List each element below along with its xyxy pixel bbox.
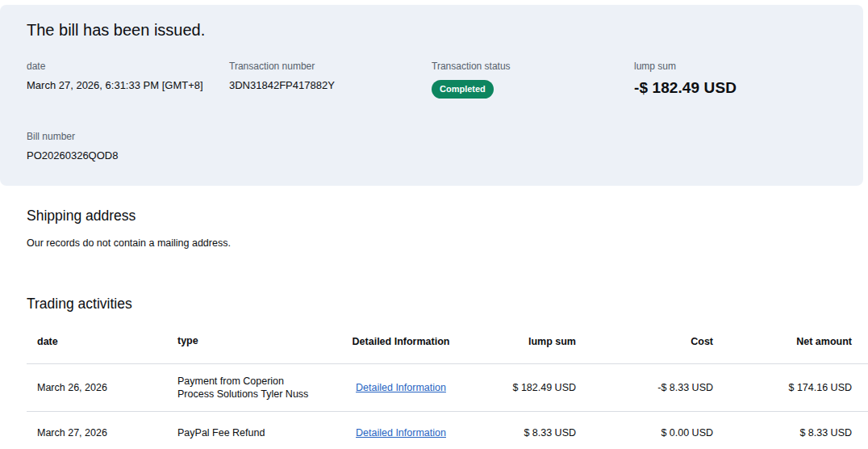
- field-transaction-number: Transaction number 3DN31842FP417882Y: [229, 61, 432, 99]
- detailed-information-link[interactable]: Detailed Information: [356, 427, 446, 439]
- transaction-status-label: Transaction status: [432, 61, 634, 72]
- transaction-number-label: Transaction number: [229, 61, 432, 72]
- cell-lump-sum: $ 182.49 USD: [463, 364, 588, 412]
- column-header-type: type: [177, 334, 339, 364]
- cell-cost: -$ 8.33 USD: [588, 364, 725, 412]
- detailed-information-link[interactable]: Detailed Information: [356, 382, 446, 393]
- page-title: The bill has been issued.: [27, 21, 837, 40]
- trading-activities-heading: Trading activities: [0, 296, 868, 313]
- shipping-address-note: Our records do not contain a mailing add…: [0, 237, 868, 249]
- summary-fields: date March 27, 2026, 6:31:33 PM [GMT+8] …: [27, 61, 837, 162]
- cell-type: Payment from Coperion Process Solutions …: [177, 364, 339, 412]
- transaction-number-value: 3DN31842FP417882Y: [229, 79, 432, 91]
- date-label: date: [27, 61, 229, 72]
- cell-type: PayPal Fee Refund: [177, 412, 339, 449]
- column-header-net-amount: Net amount: [725, 334, 868, 364]
- bill-number-value: PO20260326QOD8: [27, 149, 229, 162]
- field-date: date March 27, 2026, 6:31:33 PM [GMT+8]: [27, 61, 229, 99]
- column-header-lump-sum: lump sum: [463, 334, 588, 364]
- bill-summary-panel: The bill has been issued. date March 27,…: [0, 5, 863, 186]
- cell-net-amount: $ 8.33 USD: [725, 412, 868, 449]
- lump-sum-amount: -$ 182.49 USD: [634, 79, 837, 97]
- table-row: March 27, 2026 PayPal Fee Refund Detaile…: [27, 412, 868, 449]
- cell-lump-sum: $ 8.33 USD: [463, 412, 588, 449]
- field-lump-sum: lump sum -$ 182.49 USD: [634, 61, 837, 99]
- table-header-row: date type Detailed Information lump sum …: [27, 334, 868, 364]
- cell-cost: $ 0.00 USD: [588, 412, 725, 449]
- lump-sum-label: lump sum: [634, 61, 837, 72]
- status-badge: Completed: [432, 80, 494, 99]
- field-bill-number: Bill number PO20260326QOD8: [27, 131, 229, 162]
- cell-date: March 26, 2026: [27, 364, 177, 412]
- column-header-detailed-information: Detailed Information: [339, 334, 463, 364]
- date-value: March 27, 2026, 6:31:33 PM [GMT+8]: [27, 79, 229, 91]
- cell-net-amount: $ 174.16 USD: [725, 364, 868, 412]
- bill-number-label: Bill number: [27, 131, 229, 142]
- column-header-cost: Cost: [588, 334, 725, 364]
- shipping-address-heading: Shipping address: [0, 208, 868, 224]
- field-transaction-status: Transaction status Completed: [432, 61, 634, 99]
- trading-activities-table: date type Detailed Information lump sum …: [27, 334, 868, 449]
- table-row: March 26, 2026 Payment from Coperion Pro…: [27, 364, 868, 412]
- cell-date: March 27, 2026: [27, 412, 177, 449]
- column-header-date: date: [27, 334, 177, 364]
